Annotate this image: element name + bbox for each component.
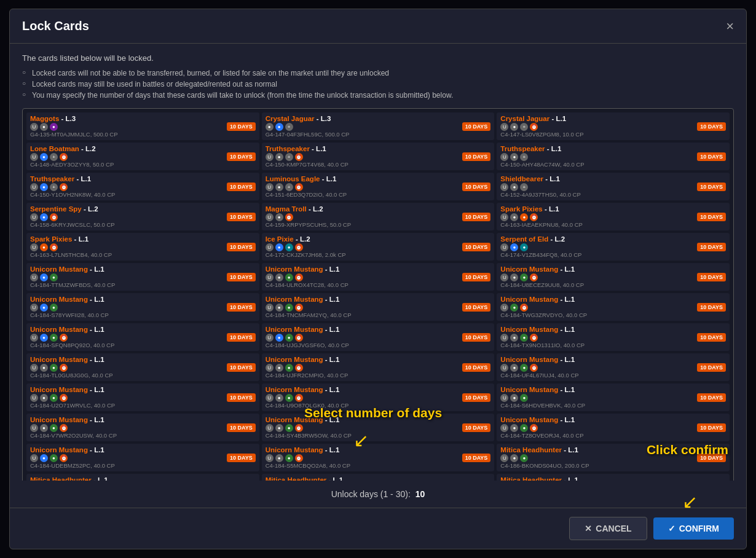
card-code: C4-184-V7WR2O2USW, 40.0 CP [30,432,223,439]
info-list: Locked cards will not be able to be tran… [22,69,734,100]
card-item: Truthspeaker - L.1U●+⏰C4-150-Y1OVH2NK8W,… [26,173,259,200]
days-badge: 10 DAYS [227,303,256,312]
gray-icon: ● [510,183,518,191]
card-item: Spark Pixies - L.1U●⏰C4-163-L7LN5THCB4, … [26,233,259,261]
gray-icon: ● [40,394,48,402]
U-icon: U [500,424,508,432]
card-code: C4-159-XRPYPSCUHS, 50.0 CP [266,221,459,228]
card-name: Serpent of Eld - L.2 [500,235,693,243]
green-icon: ● [50,454,58,462]
days-badge: 10 DAYS [697,454,726,462]
U-icon: U [500,394,508,402]
U-icon: U [30,394,38,402]
card-item: Mitica Headhunter - L.1U●●C4-186-BKONDS0… [497,444,730,471]
card-item: Unicorn Mustang - L.1U●●⏰C4-184-U9O87QLG… [262,383,495,411]
close-button[interactable]: × [726,20,734,33]
blue-icon: ● [40,454,48,462]
card-name: Unicorn Mustang - L.1 [500,326,693,333]
card-name: Unicorn Mustang - L.1 [30,356,223,363]
gray-icon: ● [510,364,518,372]
card-name: Mitica Headhunter - L.1 [500,476,693,481]
cancel-button[interactable]: ✕ CANCEL [569,517,647,540]
gray-icon: ● [275,364,283,372]
card-item: Mitica Headhunter - L.1U●●⏰C4-186-KTFLQ7… [262,474,495,481]
card-item: Unicorn Mustang - L.1U●●⏰C4-184-TNCMFAM2… [262,293,495,321]
card-code: C4-184-TX9NO1311IO, 40.0 CP [500,342,693,348]
days-badge: 10 DAYS [697,152,726,161]
clock-icon: ⏰ [295,334,303,342]
days-badge: 10 DAYS [462,273,491,281]
card-code: C4-172-CKJZK7JH68, 2.0k CP [266,251,459,258]
clock-icon: ⏰ [530,424,538,432]
days-badge: 10 DAYS [697,333,726,342]
days-badge: 10 DAYS [462,152,491,161]
card-item: Unicorn Mustang - L.1U●●⏰C4-184-U8ECEZ9U… [497,263,730,291]
days-badge: 10 DAYS [697,243,726,251]
clock-icon: ⏰ [50,213,58,221]
plus-icon: + [50,153,58,161]
days-badge: 10 DAYS [697,303,726,312]
green-icon: ● [285,364,293,372]
card-item: Mitica Headhunter - L.1U●C4-186-ECL6Y8, … [497,474,730,481]
days-badge: 10 DAYS [462,243,491,251]
blue-icon: ● [510,243,518,251]
card-item: Unicorn Mustang - L.1U●●C4-184-S6HDVEHBV… [497,383,730,411]
confirm-label: CONFIRM [679,524,719,533]
days-badge: 10 DAYS [227,122,256,131]
U-icon: U [30,243,38,251]
confirm-button[interactable]: ✓ CONFIRM [653,517,734,540]
card-item: Lone Boatman - L.2U●+⏰C4-148-AEDY3OZYY8,… [26,143,259,170]
U-icon: U [266,243,274,251]
clock-icon: ⏰ [530,123,538,131]
card-item: Unicorn Mustang - L.1U●⏰C4-184-TWG3ZRVDY… [497,293,730,321]
U-icon: U [500,243,508,251]
plus-icon: + [520,123,528,131]
card-name: Unicorn Mustang - L.1 [500,416,693,423]
card-item: Spark Pixies - L.1U●●⏰C4-163-IAEAEKPNU8,… [497,203,730,230]
card-name: Unicorn Mustang - L.1 [266,296,459,303]
card-name: Truthspeaker - L.1 [500,145,693,152]
gray-icon: ● [275,424,283,432]
orange-icon: ● [520,213,528,221]
U-icon: U [30,153,38,161]
modal-title: Lock Cards [22,19,89,33]
lock-cards-modal: Lock Cards × The cards listed below will… [9,9,747,549]
green-icon: ● [285,424,293,432]
card-item: Crystal Jaguar - L.1U●+⏰C4-147-LS0V8ZPGM… [497,112,730,140]
days-badge: 10 DAYS [697,393,726,402]
blue-icon: ● [275,123,283,131]
green-icon: ● [50,304,58,312]
green-icon: ● [285,454,293,462]
days-badge: 10 DAYS [462,183,491,191]
card-item: Serpentine Spy - L.2U●⏰C4-158-6KRYJWCSLC… [26,203,259,230]
unlock-value: 10 [415,489,425,499]
card-code: C4-184-SFQN8PQ92O, 40.0 CP [30,342,223,348]
card-name: Unicorn Mustang - L.1 [266,356,459,363]
green-icon: ● [50,364,58,372]
U-icon: U [500,454,508,462]
blue-icon: ● [40,334,48,342]
card-item: Unicorn Mustang - L.1U●●⏰C4-184-SFQN8PQ9… [26,323,259,351]
card-item: Crystal Jaguar - L.3●●+G4-147-04F3FHL59C… [262,112,495,140]
gray-icon: ● [266,123,274,131]
card-name: Unicorn Mustang - L.1 [30,326,223,333]
card-name: Unicorn Mustang - L.1 [266,326,459,333]
U-icon: U [266,424,274,432]
card-name: Unicorn Mustang - L.1 [30,416,223,423]
card-item: Unicorn Mustang - L.1U●●⏰C4-184-S5MCBQO2… [262,444,495,471]
plus-icon: + [285,153,293,161]
card-item: Unicorn Mustang - L.1U●●⏰C4-184-UJGJVGSF… [262,323,495,351]
modal-body: The cards listed below will be locked. L… [10,44,746,481]
U-icon: U [30,454,38,462]
card-item: Maggots - L.3U●●G4-135-MT0AJMMJLC, 500.0… [26,112,259,140]
gray-icon: ● [510,424,518,432]
days-badge: 10 DAYS [462,122,491,131]
confirm-check-icon: ✓ [668,524,675,533]
card-code: G4-135-MT0AJMMJLC, 500.0 CP [30,131,223,138]
gray-icon: ● [510,153,518,161]
clock-icon: ⏰ [295,364,303,372]
card-code: C4-150-KMP7GT4V68, 40.0 CP [266,161,459,168]
card-name: Unicorn Mustang - L.1 [266,416,459,423]
gray-icon: ● [510,213,518,221]
modal-overlay: Lock Cards × The cards listed below will… [0,0,756,558]
